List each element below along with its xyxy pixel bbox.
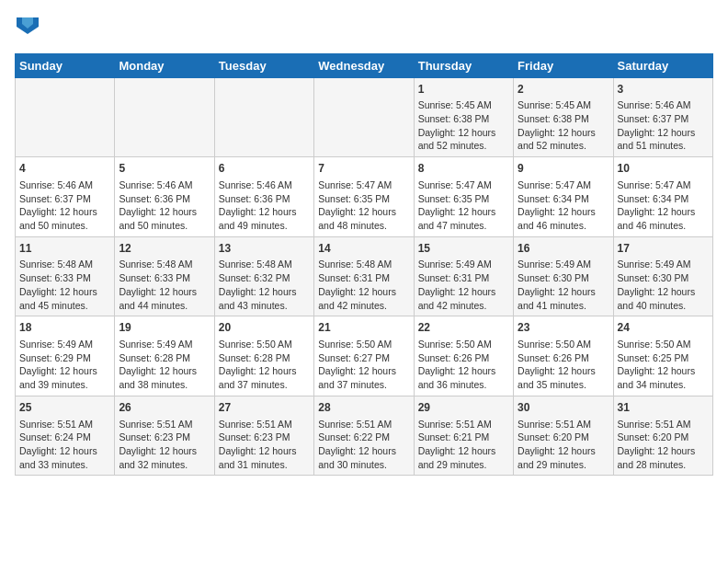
day-info: Daylight: 12 hours bbox=[119, 205, 210, 219]
day-info: and 37 minutes. bbox=[318, 378, 409, 392]
calendar-cell: 2Sunrise: 5:45 AMSunset: 6:38 PMDaylight… bbox=[514, 77, 613, 157]
day-info: Daylight: 12 hours bbox=[618, 205, 709, 219]
day-info: Sunrise: 5:47 AM bbox=[418, 178, 509, 192]
day-number: 26 bbox=[119, 400, 210, 416]
calendar-cell: 15Sunrise: 5:49 AMSunset: 6:31 PMDayligh… bbox=[414, 236, 513, 316]
day-info: Sunrise: 5:50 AM bbox=[318, 338, 409, 351]
calendar-table: SundayMondayTuesdayWednesdayThursdayFrid… bbox=[15, 53, 713, 477]
day-info: Sunrise: 5:49 AM bbox=[518, 258, 609, 271]
day-header-sunday: Sunday bbox=[16, 53, 115, 77]
calendar-cell bbox=[115, 77, 214, 157]
calendar-cell: 13Sunrise: 5:48 AMSunset: 6:32 PMDayligh… bbox=[214, 236, 313, 316]
day-info: and 41 minutes. bbox=[518, 299, 609, 313]
page-header bbox=[15, 15, 713, 42]
day-info: Sunrise: 5:49 AM bbox=[19, 338, 110, 351]
day-info: Daylight: 12 hours bbox=[19, 444, 110, 458]
day-number: 17 bbox=[618, 241, 709, 257]
day-number: 31 bbox=[618, 400, 709, 416]
calendar-cell: 30Sunrise: 5:51 AMSunset: 6:20 PMDayligh… bbox=[514, 396, 613, 476]
day-header-friday: Friday bbox=[514, 53, 613, 77]
day-info: and 29 minutes. bbox=[418, 458, 509, 472]
day-info: Daylight: 12 hours bbox=[418, 444, 509, 458]
day-info: Sunset: 6:38 PM bbox=[518, 112, 609, 126]
day-info: Sunset: 6:23 PM bbox=[119, 431, 210, 444]
day-info: Daylight: 12 hours bbox=[119, 364, 210, 378]
day-number: 10 bbox=[618, 161, 709, 177]
day-info: Sunset: 6:24 PM bbox=[19, 431, 110, 444]
day-info: Sunset: 6:35 PM bbox=[318, 192, 409, 206]
calendar-cell: 25Sunrise: 5:51 AMSunset: 6:24 PMDayligh… bbox=[16, 396, 115, 476]
day-info: Daylight: 12 hours bbox=[618, 444, 709, 458]
day-info: Daylight: 12 hours bbox=[618, 285, 709, 299]
day-number: 6 bbox=[219, 161, 310, 177]
day-info: Daylight: 12 hours bbox=[318, 364, 409, 378]
calendar-cell: 26Sunrise: 5:51 AMSunset: 6:23 PMDayligh… bbox=[115, 396, 214, 476]
day-info: Sunrise: 5:48 AM bbox=[219, 258, 310, 271]
calendar-cell: 19Sunrise: 5:49 AMSunset: 6:28 PMDayligh… bbox=[115, 316, 214, 396]
day-info: Sunrise: 5:51 AM bbox=[318, 418, 409, 431]
day-number: 25 bbox=[19, 400, 110, 416]
day-number: 14 bbox=[318, 241, 409, 257]
logo-icon bbox=[17, 15, 39, 37]
day-info: Daylight: 12 hours bbox=[518, 126, 609, 140]
day-info: Sunset: 6:23 PM bbox=[219, 431, 310, 444]
day-info: Sunset: 6:37 PM bbox=[19, 192, 110, 206]
day-info: and 38 minutes. bbox=[119, 378, 210, 392]
day-info: Sunrise: 5:49 AM bbox=[418, 258, 509, 271]
day-info: Sunrise: 5:48 AM bbox=[19, 258, 110, 271]
day-info: Sunset: 6:30 PM bbox=[518, 271, 609, 285]
calendar-cell: 12Sunrise: 5:48 AMSunset: 6:33 PMDayligh… bbox=[115, 236, 214, 316]
day-info: and 30 minutes. bbox=[318, 458, 409, 472]
day-info: Daylight: 12 hours bbox=[318, 444, 409, 458]
day-info: Sunrise: 5:48 AM bbox=[119, 258, 210, 271]
day-info: Daylight: 12 hours bbox=[518, 205, 609, 219]
day-info: Sunrise: 5:47 AM bbox=[318, 178, 409, 192]
day-info: Daylight: 12 hours bbox=[418, 285, 509, 299]
calendar-cell: 6Sunrise: 5:46 AMSunset: 6:36 PMDaylight… bbox=[214, 157, 313, 237]
day-info: Sunset: 6:20 PM bbox=[518, 431, 609, 444]
day-info: Sunset: 6:31 PM bbox=[418, 271, 509, 285]
day-number: 1 bbox=[418, 82, 509, 98]
calendar-cell: 1Sunrise: 5:45 AMSunset: 6:38 PMDaylight… bbox=[414, 77, 513, 157]
day-info: Sunrise: 5:46 AM bbox=[119, 178, 210, 192]
day-info: and 36 minutes. bbox=[418, 378, 509, 392]
day-info: and 31 minutes. bbox=[219, 458, 310, 472]
calendar-cell: 17Sunrise: 5:49 AMSunset: 6:30 PMDayligh… bbox=[613, 236, 712, 316]
calendar-cell: 8Sunrise: 5:47 AMSunset: 6:35 PMDaylight… bbox=[414, 157, 513, 237]
day-info: Daylight: 12 hours bbox=[418, 205, 509, 219]
day-number: 13 bbox=[219, 241, 310, 257]
day-info: Sunrise: 5:46 AM bbox=[19, 178, 110, 192]
day-info: Sunset: 6:26 PM bbox=[518, 351, 609, 365]
day-info: Sunset: 6:31 PM bbox=[318, 271, 409, 285]
day-header-saturday: Saturday bbox=[613, 53, 712, 77]
week-row-2: 4Sunrise: 5:46 AMSunset: 6:37 PMDaylight… bbox=[16, 157, 713, 237]
day-info: Sunrise: 5:49 AM bbox=[119, 338, 210, 351]
day-number: 5 bbox=[119, 161, 210, 177]
day-info: and 44 minutes. bbox=[119, 299, 210, 313]
day-info: Sunrise: 5:51 AM bbox=[518, 418, 609, 431]
day-number: 28 bbox=[318, 400, 409, 416]
calendar-cell: 28Sunrise: 5:51 AMSunset: 6:22 PMDayligh… bbox=[314, 396, 414, 476]
calendar-cell: 21Sunrise: 5:50 AMSunset: 6:27 PMDayligh… bbox=[314, 316, 414, 396]
day-info: and 43 minutes. bbox=[219, 299, 310, 313]
day-info: and 29 minutes. bbox=[518, 458, 609, 472]
day-info: Daylight: 12 hours bbox=[518, 364, 609, 378]
day-info: Daylight: 12 hours bbox=[119, 285, 210, 299]
day-info: Sunrise: 5:45 AM bbox=[518, 98, 609, 112]
day-number: 15 bbox=[418, 241, 509, 257]
day-info: Sunrise: 5:50 AM bbox=[518, 338, 609, 351]
day-info: Sunset: 6:20 PM bbox=[618, 431, 709, 444]
calendar-cell: 10Sunrise: 5:47 AMSunset: 6:34 PMDayligh… bbox=[613, 157, 712, 237]
day-info: Sunrise: 5:45 AM bbox=[418, 98, 509, 112]
day-info: Sunrise: 5:47 AM bbox=[618, 178, 709, 192]
week-row-3: 11Sunrise: 5:48 AMSunset: 6:33 PMDayligh… bbox=[16, 236, 713, 316]
day-number: 22 bbox=[418, 320, 509, 336]
day-info: Sunset: 6:36 PM bbox=[119, 192, 210, 206]
day-info: and 50 minutes. bbox=[19, 219, 110, 233]
day-number: 12 bbox=[119, 241, 210, 257]
day-header-wednesday: Wednesday bbox=[314, 53, 414, 77]
calendar-cell: 7Sunrise: 5:47 AMSunset: 6:35 PMDaylight… bbox=[314, 157, 414, 237]
day-info: Sunset: 6:30 PM bbox=[618, 271, 709, 285]
calendar-cell: 5Sunrise: 5:46 AMSunset: 6:36 PMDaylight… bbox=[115, 157, 214, 237]
day-info: Sunset: 6:38 PM bbox=[418, 112, 509, 126]
